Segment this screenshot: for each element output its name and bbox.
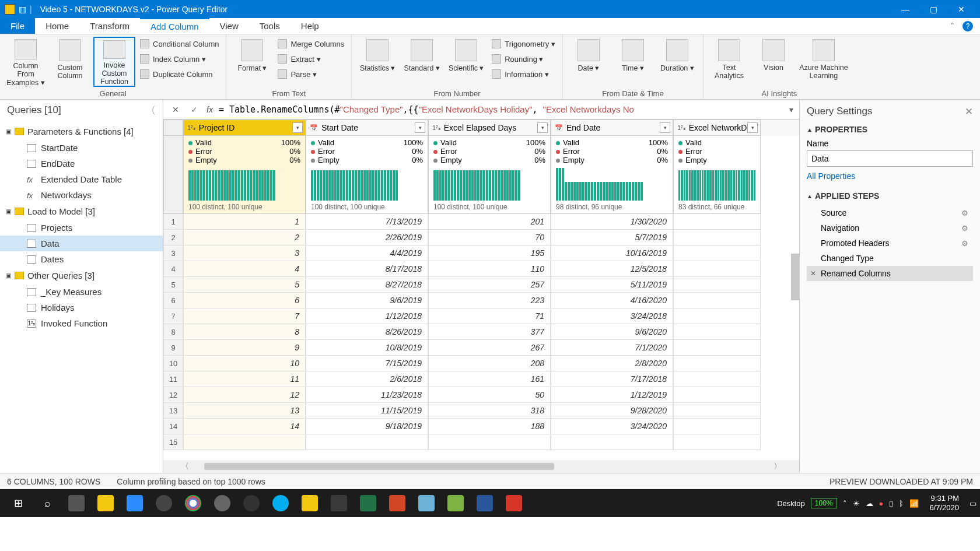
query-item[interactable]: 1²₃Invoked Function xyxy=(0,315,163,331)
query-name-input[interactable] xyxy=(807,150,973,167)
vision-button[interactable]: Vision xyxy=(752,37,794,87)
column-filter-icon[interactable]: ▾ xyxy=(292,122,303,133)
rounding-button[interactable]: Rounding ▾ xyxy=(489,52,558,66)
taskbar-powerbi[interactable] xyxy=(295,492,324,515)
taskbar-camtasia[interactable] xyxy=(441,492,470,515)
applied-step[interactable]: Changed Type xyxy=(807,251,973,266)
query-group[interactable]: ▣Load to Model [3] xyxy=(0,203,163,220)
vertical-scrollbar[interactable] xyxy=(791,254,799,300)
column-header[interactable]: 📅Start Date▾ xyxy=(306,120,428,136)
table-row[interactable]: 9910/8/20192677/1/2020 xyxy=(163,340,799,356)
query-item[interactable]: Projects xyxy=(0,220,163,236)
table-row[interactable]: 121211/23/2018501/12/2019 xyxy=(163,387,799,403)
gear-icon[interactable]: ⚙ xyxy=(961,224,968,233)
format-button[interactable]: Format ▾ xyxy=(231,37,273,87)
taskbar-snagit[interactable] xyxy=(324,492,354,515)
index-column-button[interactable]: Index Column ▾ xyxy=(138,52,221,66)
tab-view[interactable]: View xyxy=(209,18,249,34)
trigonometry-button[interactable]: Trigonometry ▾ xyxy=(489,37,558,51)
show-desktop-button[interactable]: Desktop xyxy=(777,499,805,508)
minimize-button[interactable]: — xyxy=(891,5,919,14)
query-item[interactable]: Dates xyxy=(0,251,163,267)
table-row[interactable]: 222/26/2019705/7/2019 xyxy=(163,230,799,245)
taskbar-notepad[interactable] xyxy=(412,492,441,515)
table-row[interactable]: 669/6/20192234/16/2020 xyxy=(163,293,799,308)
tab-help[interactable]: Help xyxy=(290,18,330,34)
query-item[interactable]: fxExtended Date Table xyxy=(0,171,163,187)
taskbar-word[interactable] xyxy=(470,492,499,515)
table-row[interactable]: 771/12/2018713/24/2018 xyxy=(163,308,799,324)
accept-formula-icon[interactable]: ✓ xyxy=(188,105,201,114)
tray-weather-icon[interactable]: ☀ xyxy=(853,499,860,508)
tab-add-column[interactable]: Add Column xyxy=(140,18,209,34)
close-button[interactable]: ✕ xyxy=(947,5,975,14)
formula-dropdown-icon[interactable]: ▾ xyxy=(789,105,793,114)
tab-home[interactable]: Home xyxy=(35,18,79,34)
tray-wifi-icon[interactable]: 📶 xyxy=(909,499,919,508)
notifications-icon[interactable]: ▭ xyxy=(970,499,977,508)
table-row[interactable]: 131311/15/20193189/28/2020 xyxy=(163,403,799,419)
table-row[interactable]: 888/26/20193779/6/2020 xyxy=(163,324,799,340)
tab-file[interactable]: File xyxy=(0,18,35,34)
clock[interactable]: 9:31 PM6/7/2020 xyxy=(925,494,964,512)
gear-icon[interactable]: ⚙ xyxy=(961,239,968,248)
column-header[interactable]: 📅End Date▾ xyxy=(551,120,673,136)
applied-step[interactable]: Navigation⚙ xyxy=(807,220,973,236)
taskbar-app2[interactable] xyxy=(149,492,178,515)
column-filter-icon[interactable]: ▾ xyxy=(537,122,548,133)
custom-column-button[interactable]: Custom Column xyxy=(49,37,91,87)
table-row[interactable]: 15 xyxy=(163,434,799,450)
query-item[interactable]: Data xyxy=(0,236,163,251)
fx-icon[interactable]: fx xyxy=(206,105,213,114)
column-header[interactable]: 1²₃Project ID▾ xyxy=(183,120,306,136)
merge-columns-button[interactable]: Merge Columns xyxy=(275,37,346,51)
tray-bluetooth-icon[interactable]: ᛒ xyxy=(899,499,904,508)
gear-icon[interactable]: ⚙ xyxy=(961,209,968,217)
table-row[interactable]: 14149/18/20191883/24/2020 xyxy=(163,419,799,434)
tab-tools[interactable]: Tools xyxy=(249,18,290,34)
column-filter-icon[interactable]: ▾ xyxy=(747,122,758,133)
table-row[interactable]: 558/27/20182575/11/2019 xyxy=(163,277,799,293)
tray-cloud-icon[interactable]: ☁ xyxy=(866,499,873,508)
invoke-custom-function-button[interactable]: Invoke Custom Function xyxy=(93,37,135,87)
taskbar-chrome[interactable] xyxy=(178,492,208,515)
standard-button[interactable]: Standard ▾ xyxy=(401,37,443,87)
applied-step[interactable]: Source⚙ xyxy=(807,205,973,220)
search-button[interactable]: ⌕ xyxy=(33,492,62,515)
query-item[interactable]: StartDate xyxy=(0,140,163,156)
taskbar-app5[interactable] xyxy=(499,492,528,515)
query-item[interactable]: EndDate xyxy=(0,156,163,171)
information-button[interactable]: Information ▾ xyxy=(489,67,558,81)
start-button[interactable]: ⊞ xyxy=(4,492,33,515)
collapse-queries-icon[interactable]: 〈 xyxy=(146,104,156,117)
extract-button[interactable]: Extract ▾ xyxy=(275,52,346,66)
parse-button[interactable]: Parse ▾ xyxy=(275,67,346,81)
tab-transform[interactable]: Transform xyxy=(79,18,140,34)
collapse-ribbon-icon[interactable]: ˄ xyxy=(950,22,954,31)
column-header[interactable]: 1²₃Excel NetworkDay▾ xyxy=(673,120,761,136)
text-analytics-button[interactable]: Text Analytics xyxy=(708,37,750,87)
table-row[interactable]: 11112/6/20181617/17/2018 xyxy=(163,371,799,387)
quickaccess-icon[interactable]: ▥ xyxy=(19,5,26,14)
taskbar-excel[interactable] xyxy=(354,492,383,515)
taskbar-explorer[interactable] xyxy=(91,492,120,515)
duration-button[interactable]: Duration ▾ xyxy=(656,37,698,87)
formula-input[interactable]: = Table.RenameColumns(#"Changed Type",{{… xyxy=(219,104,783,115)
table-row[interactable]: 10107/15/20192082/8/2020 xyxy=(163,356,799,371)
column-filter-icon[interactable]: ▾ xyxy=(415,122,425,133)
query-item[interactable]: fxNetworkdays xyxy=(0,187,163,203)
table-row[interactable]: 117/13/20192011/30/2020 xyxy=(163,214,799,230)
battery-indicator[interactable]: 100% xyxy=(811,498,837,508)
maximize-button[interactable]: ▢ xyxy=(919,5,947,14)
horizontal-scrollbar[interactable]: 〈 〉 xyxy=(163,460,799,473)
query-item[interactable]: _Key Measures xyxy=(0,284,163,300)
applied-step[interactable]: ✕Renamed Columns xyxy=(807,266,973,281)
all-properties-link[interactable]: All Properties xyxy=(807,171,973,181)
column-from-examples-button[interactable]: Column From Examples ▾ xyxy=(5,37,47,87)
taskbar-app4[interactable] xyxy=(237,492,266,515)
time-button[interactable]: Time ▾ xyxy=(612,37,654,87)
table-row[interactable]: 448/17/201811012/5/2018 xyxy=(163,261,799,277)
scientific-button[interactable]: Scientific ▾ xyxy=(445,37,487,87)
cancel-formula-icon[interactable]: ✕ xyxy=(169,105,182,114)
taskbar-powerpoint[interactable] xyxy=(383,492,412,515)
